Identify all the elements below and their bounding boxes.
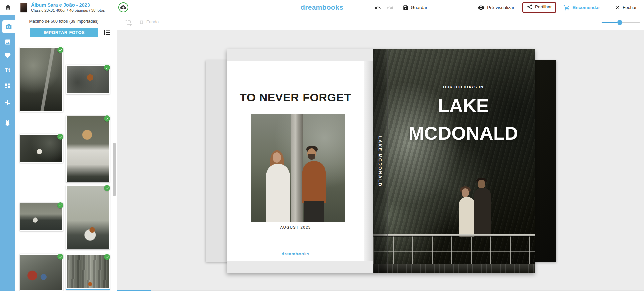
crop-button[interactable]	[125, 19, 132, 27]
layout-icon	[4, 83, 11, 89]
thumbnail-image	[20, 203, 62, 230]
canvas-hscrollbar[interactable]	[117, 290, 644, 291]
background-label: Fundo	[146, 19, 159, 25]
photo-thumbnail-man-on-rocks[interactable]	[66, 65, 110, 94]
thumbnail-image	[20, 135, 62, 162]
sidebar-item-photos[interactable]	[2, 20, 15, 33]
spine-title[interactable]: LAKE MCDONALD	[378, 136, 383, 187]
railing-lower-shape	[373, 251, 535, 252]
back-cover[interactable]: TO NEVER FORGET AUGUST 2023 dreambooks	[227, 49, 364, 273]
image-icon	[4, 39, 11, 45]
spine-fold-area	[364, 49, 373, 273]
selected-check-icon	[57, 134, 63, 140]
album-subtitle: Classic 23x31 400gr / 40 páginas / 38 fo…	[31, 8, 105, 13]
topbar-actions: Guardar Pré-visualizar Partilhar Encomen…	[374, 0, 637, 15]
book-cover-spread[interactable]: TO NEVER FORGET AUGUST 2023 dreambooks	[227, 49, 535, 273]
photo-panel: Máximo de 600 fotos (39 importadas) IMPO…	[15, 15, 117, 291]
selected-check-icon	[104, 185, 110, 191]
preview-label: Pré-visualizar	[487, 5, 514, 10]
text-tool-icon: Tt	[5, 67, 10, 74]
front-cover-title-line1[interactable]: LAKE	[392, 92, 535, 119]
selected-check-icon	[104, 115, 110, 122]
woman-head-shape	[273, 152, 281, 163]
canvas-hscrollbar-thumb[interactable]	[117, 290, 151, 291]
trash-icon	[139, 19, 144, 25]
undo-icon	[374, 4, 381, 11]
sidebar-item-bug-report[interactable]	[0, 116, 15, 129]
sidebar-item-favorites[interactable]	[0, 49, 15, 62]
share-label: Partilhar	[535, 4, 552, 9]
zoom-slider-thumb[interactable]	[617, 20, 622, 25]
sidebar-item-layouts[interactable]	[0, 79, 15, 92]
save-button[interactable]: Guardar	[403, 5, 428, 11]
cover-woman-body-shape	[459, 197, 475, 237]
cloud-upload-icon	[120, 4, 126, 10]
photo-thumbnail-boat-on-lake[interactable]	[20, 203, 63, 231]
front-cover[interactable]: LAKE MCDONALD OUR HOLIDAYS IN LAKE MCDON…	[373, 49, 535, 273]
photo-thumbnail-cliff-with-people[interactable]	[66, 254, 110, 290]
back-cover-photo[interactable]	[251, 114, 345, 222]
remove-background-button[interactable]: Fundo	[139, 19, 159, 25]
album-cover-thumbnail	[20, 3, 27, 12]
photo-thumbnail-woman-in-boat[interactable]	[66, 116, 110, 182]
fold-guide-line	[353, 49, 353, 273]
sidebar-item-images[interactable]	[0, 36, 15, 48]
canvas-toolbar: Fundo	[117, 15, 644, 30]
back-cover-caption[interactable]: AUGUST 2023	[227, 225, 364, 229]
back-cover-title[interactable]: TO NEVER FORGET	[227, 91, 364, 104]
boardwalk-shape	[373, 264, 535, 273]
undo-button[interactable]	[374, 4, 381, 11]
upload-status-badge[interactable]	[118, 2, 128, 12]
panel-scrollbar-thumb[interactable]	[113, 143, 116, 196]
thumbnail-image	[20, 255, 62, 290]
redo-icon	[386, 4, 393, 11]
front-cover-titles[interactable]: OUR HOLIDAYS IN LAKE MCDONALD	[392, 85, 535, 147]
close-label: Fechar	[623, 5, 637, 10]
share-button[interactable]: Partilhar	[527, 4, 552, 10]
selected-check-icon	[104, 65, 110, 71]
sliders-icon	[4, 99, 11, 106]
save-icon	[403, 5, 409, 11]
album-meta: Álbum Sara e João - 2023 Classic 23x31 4…	[31, 2, 105, 13]
selected-check-icon	[57, 254, 63, 260]
topbar: Álbum Sara e João - 2023 Classic 23x31 4…	[0, 0, 644, 15]
book-spine[interactable]: LAKE MCDONALD	[373, 49, 388, 273]
zoom-slider[interactable]	[602, 20, 640, 25]
railing-posts-shape	[373, 236, 535, 264]
photo-thumbnail-couple-sitting[interactable]	[20, 254, 63, 291]
back-cover-brand: dreambooks	[227, 251, 364, 256]
man-beard-shape	[308, 154, 315, 160]
photo-thumbnail-couple-in-boat[interactable]	[66, 185, 110, 249]
sidebar-item-adjustments[interactable]	[0, 96, 15, 109]
redo-button[interactable]	[386, 4, 393, 11]
sidebar-item-text[interactable]: Tt	[0, 64, 15, 77]
selected-check-icon	[57, 202, 63, 208]
thumbnail-image	[67, 186, 109, 249]
railing-shape	[373, 234, 535, 236]
preview-button[interactable]: Pré-visualizar	[478, 4, 514, 11]
thumbnail-grid	[15, 15, 117, 291]
cover-woman-head-shape	[462, 188, 469, 197]
cover-man-body-shape	[474, 188, 491, 237]
order-button[interactable]: Encomendar	[563, 4, 600, 11]
share-highlight-box: Partilhar	[522, 2, 556, 13]
photo-thumbnail-couple-on-bridge[interactable]	[20, 47, 63, 112]
close-button[interactable]: Fechar	[615, 5, 637, 10]
home-button[interactable]	[5, 4, 11, 11]
dreambooks-editor: Álbum Sara e João - 2023 Classic 23x31 4…	[0, 0, 644, 291]
man-legs-shape	[304, 201, 324, 222]
thumbnail-image	[67, 66, 109, 93]
cart-icon	[563, 4, 570, 11]
woman-body-shape	[266, 164, 290, 222]
wrap-margin-bottom	[227, 261, 373, 273]
share-icon	[527, 4, 533, 10]
photo-thumbnail-woman-in-cave[interactable]	[20, 134, 63, 163]
front-cover-title-line2[interactable]: MCDONALD	[392, 119, 535, 147]
selected-check-icon	[104, 254, 110, 260]
cover-man-head-shape	[478, 180, 485, 189]
editor-canvas[interactable]: TO NEVER FORGET AUGUST 2023 dreambooks	[117, 30, 644, 291]
order-label: Encomendar	[572, 5, 600, 10]
front-cover-kicker[interactable]: OUR HOLIDAYS IN	[392, 85, 535, 89]
heart-icon	[4, 52, 11, 59]
thumbnail-image	[20, 48, 62, 111]
